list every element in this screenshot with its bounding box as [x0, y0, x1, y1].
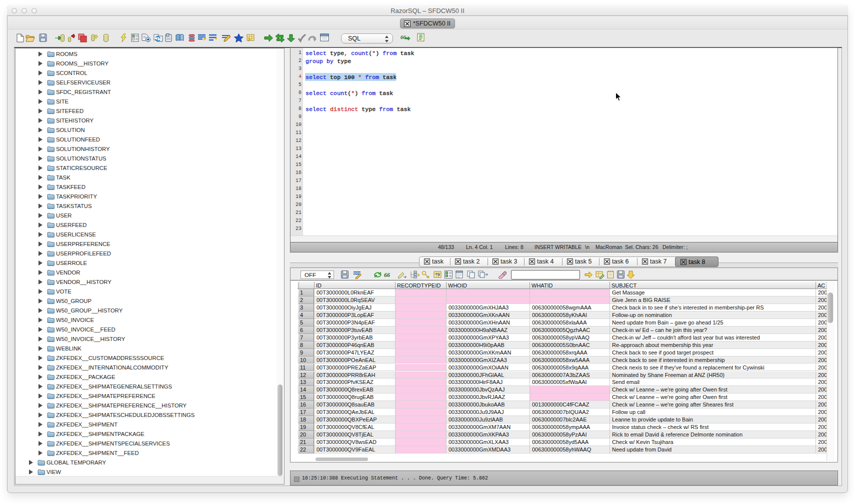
svg-text:66: 66	[384, 272, 390, 278]
